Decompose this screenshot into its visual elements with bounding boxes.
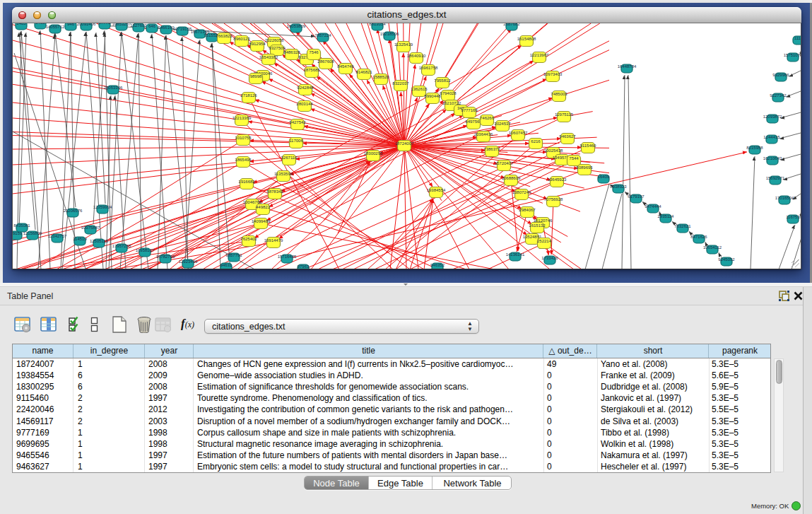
svg-text:18724007: 18724007 [395, 141, 414, 146]
svg-text:9146821: 9146821 [355, 70, 372, 74]
svg-text:10654112: 10654112 [703, 245, 722, 250]
svg-text:7632621: 7632621 [674, 224, 691, 228]
svg-text:1916682: 1916682 [238, 180, 255, 184]
svg-text:9227342: 9227342 [770, 93, 787, 98]
svg-text:19384554: 19384554 [427, 188, 446, 192]
svg-text:16409: 16409 [598, 175, 610, 179]
svg-text:15720407: 15720407 [495, 161, 514, 165]
svg-text:449822: 449822 [256, 205, 271, 209]
svg-text:9474444: 9474444 [645, 204, 661, 209]
svg-text:9463: 9463 [35, 23, 45, 25]
svg-text:14136141: 14136141 [506, 252, 525, 257]
svg-text:94631: 94631 [220, 263, 233, 267]
svg-text:12213967: 12213967 [530, 53, 549, 57]
svg-text:8454749: 8454749 [337, 64, 354, 69]
svg-text:10046766: 10046766 [243, 200, 262, 204]
svg-text:6794028: 6794028 [440, 91, 457, 95]
svg-text:18640910: 18640910 [407, 54, 426, 58]
svg-text:97771: 97771 [99, 23, 111, 25]
svg-text:9115460: 9115460 [580, 144, 597, 148]
svg-text:93975887: 93975887 [81, 226, 100, 230]
svg-text:8960123: 8960123 [233, 37, 250, 41]
svg-text:1588520: 1588520 [372, 75, 389, 79]
svg-text:2718126: 2718126 [240, 93, 257, 98]
svg-text:1362615: 1362615 [411, 87, 428, 91]
svg-text:8990448: 8990448 [424, 94, 441, 98]
svg-text:1733426: 1733426 [541, 256, 558, 260]
svg-text:20364436: 20364436 [474, 132, 493, 136]
svg-text:16154808: 16154808 [517, 37, 536, 41]
svg-text:7625402: 7625402 [240, 237, 257, 241]
svg-text:20091406: 20091406 [77, 23, 96, 26]
svg-text:12156809: 12156809 [23, 231, 42, 235]
svg-text:10025438: 10025438 [544, 148, 563, 153]
svg-text:8322037: 8322037 [392, 81, 409, 86]
svg-text:16961758: 16961758 [419, 66, 438, 70]
svg-text:9245052: 9245052 [718, 257, 735, 262]
svg-text:28053346: 28053346 [104, 86, 123, 90]
svg-text:8435081: 8435081 [13, 223, 30, 228]
svg-text:8938923: 8938923 [610, 185, 627, 189]
svg-text:114519: 114519 [73, 237, 87, 241]
svg-text:12505115: 12505115 [90, 239, 109, 243]
svg-text:1244415: 1244415 [763, 135, 780, 139]
svg-text:1405: 1405 [16, 23, 26, 25]
svg-text:12093872: 12093872 [763, 115, 782, 119]
svg-text:16782759: 16782759 [156, 255, 175, 259]
svg-text:10958107: 10958107 [136, 248, 155, 252]
svg-text:19218506: 19218506 [380, 32, 399, 36]
svg-text:12975115: 12975115 [555, 112, 574, 117]
svg-text:9427542: 9427542 [289, 120, 306, 124]
svg-text:2867608: 2867608 [317, 59, 334, 64]
svg-text:9463627: 9463627 [559, 134, 576, 139]
svg-text:18300295: 18300295 [364, 151, 383, 156]
svg-text:8471626: 8471626 [690, 235, 707, 239]
svg-text:23206576: 23206576 [64, 209, 83, 213]
svg-text:2935114: 2935114 [658, 214, 675, 218]
svg-text:746266: 746266 [480, 116, 495, 120]
svg-text:12342757: 12342757 [48, 234, 67, 238]
svg-text:17957255: 17957255 [112, 244, 131, 248]
svg-text:1615132: 1615132 [529, 223, 546, 228]
svg-text:6089695: 6089695 [576, 165, 593, 170]
svg-text:11353594: 11353594 [274, 172, 293, 176]
svg-text:14099489: 14099489 [252, 219, 271, 223]
svg-text:1865495: 1865495 [235, 158, 252, 162]
svg-text:1112: 1112 [794, 36, 801, 40]
svg-text:5878342: 5878342 [266, 189, 283, 194]
svg-text:8813054: 8813054 [369, 23, 386, 26]
svg-text:7386372: 7386372 [483, 147, 500, 151]
svg-text:8486328: 8486328 [283, 50, 300, 54]
svg-text:15716485: 15716485 [278, 255, 297, 259]
svg-text:16210722: 16210722 [442, 101, 461, 105]
svg-text:12359934: 12359934 [93, 205, 112, 209]
svg-text:98998: 98998 [250, 74, 262, 78]
svg-text:13807249: 13807249 [512, 190, 531, 194]
svg-text:7857224: 7857224 [314, 33, 331, 37]
svg-text:10719155: 10719155 [173, 27, 192, 31]
svg-text:9329966: 9329966 [772, 73, 789, 77]
svg-text:8215958: 8215958 [746, 146, 763, 150]
svg-text:16053809: 16053809 [287, 24, 306, 28]
svg-text:3024537: 3024537 [494, 122, 511, 126]
svg-text:3267110: 3267110 [281, 156, 298, 160]
svg-text:16210643: 16210643 [763, 156, 782, 160]
svg-text:2687682: 2687682 [503, 23, 520, 26]
svg-text:7544: 7544 [569, 156, 579, 160]
svg-text:9777169: 9777169 [461, 108, 478, 112]
svg-text:16914479: 16914479 [264, 238, 283, 243]
svg-text:17016504: 17016504 [775, 196, 794, 200]
svg-text:14055712: 14055712 [46, 25, 65, 29]
svg-text:15751074: 15751074 [784, 53, 801, 57]
svg-text:10607457: 10607457 [509, 131, 528, 135]
svg-text:15692971: 15692971 [766, 176, 785, 180]
svg-text:1527602: 1527602 [130, 23, 147, 28]
svg-text:10973403: 10973403 [543, 72, 563, 76]
svg-text:13645923: 13645923 [548, 177, 567, 182]
svg-text:2984067: 2984067 [519, 208, 536, 212]
svg-text:70756928: 70756928 [544, 197, 563, 201]
svg-text:1010755: 1010755 [235, 136, 252, 140]
svg-text:7485003: 7485003 [551, 92, 567, 96]
svg-text:97963: 97963 [298, 264, 310, 269]
svg-text:1875685: 1875685 [303, 68, 320, 72]
